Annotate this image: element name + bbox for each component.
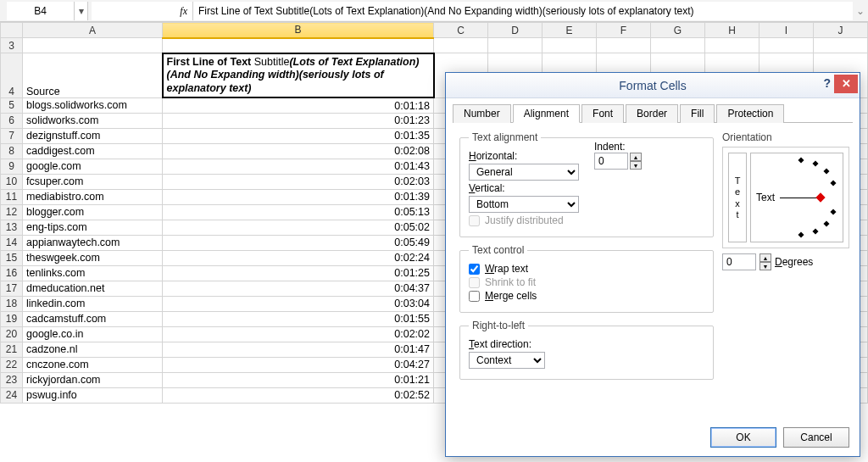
cell[interactable]: blogs.solidworks.com [23,97,163,113]
cell[interactable]: eng-tips.com [23,220,163,235]
cell[interactable]: 0:02:03 [163,174,434,189]
cell[interactable] [597,38,651,53]
cell[interactable]: pswug.info [23,387,163,403]
cell[interactable]: 0:03:04 [163,296,434,311]
cell[interactable]: 0:01:23 [163,113,434,128]
cell[interactable]: google.co.in [23,326,163,342]
row-header[interactable]: 21 [1,342,23,357]
cell[interactable]: 0:01:21 [163,372,434,387]
degrees-up-icon[interactable]: ▲ [760,253,771,262]
row-header[interactable]: 18 [1,296,23,311]
cell[interactable] [760,38,814,53]
row-header[interactable]: 17 [1,281,23,296]
row-header[interactable]: 3 [1,38,23,53]
cell[interactable]: 0:01:18 [163,97,434,113]
cell[interactable]: tenlinks.com [23,265,163,281]
col-header-J[interactable]: J [814,23,868,38]
cell[interactable]: 0:01:55 [163,311,434,326]
col-header-F[interactable]: F [597,23,651,38]
tab-alignment[interactable]: Alignment [513,104,580,123]
row-header[interactable]: 4 [1,53,23,98]
col-header-B[interactable]: B [163,23,434,38]
cell[interactable]: 0:05:49 [163,235,434,250]
row-header[interactable]: 12 [1,204,23,220]
indent-up-icon[interactable]: ▲ [630,153,642,161]
cell[interactable]: dmeducation.net [23,281,163,296]
row-header[interactable]: 7 [1,128,23,143]
name-box-dropdown-icon[interactable]: ▾ [75,2,88,20]
row-header[interactable]: 11 [1,189,23,204]
cell[interactable]: 0:01:39 [163,189,434,204]
row-header[interactable]: 9 [1,159,23,174]
degrees-spinner[interactable]: ▲ ▼ [760,253,771,270]
row-header[interactable]: 19 [1,311,23,326]
select-all-corner[interactable] [1,23,23,38]
cell[interactable]: 0:02:02 [163,326,434,342]
row-header[interactable]: 5 [1,97,23,113]
row-header[interactable]: 24 [1,387,23,403]
tab-font[interactable]: Font [581,104,624,123]
cell[interactable]: 0:01:35 [163,128,434,143]
cell[interactable]: linkedin.com [23,296,163,311]
cell[interactable] [434,38,488,53]
row-header[interactable]: 15 [1,250,23,265]
col-header-A[interactable]: A [23,23,163,38]
cell[interactable] [814,38,868,53]
col-header-C[interactable]: C [434,23,488,38]
degrees-input[interactable] [722,253,756,270]
cell[interactable]: rickyjordan.com [23,372,163,387]
cell[interactable]: 0:04:27 [163,357,434,372]
cell[interactable]: First Line of Text Subtitle(Lots of Text… [163,53,434,98]
orientation-handle-icon[interactable] [815,192,825,202]
merge-cells-checkbox[interactable] [469,291,480,302]
cell[interactable] [651,38,705,53]
cell[interactable] [705,38,760,53]
col-header-H[interactable]: H [705,23,760,38]
cell[interactable]: blogger.com [23,204,163,220]
text-direction-select[interactable]: Context [469,352,545,369]
row-header[interactable]: 16 [1,265,23,281]
cell[interactable] [163,38,434,53]
cell[interactable]: 0:05:02 [163,220,434,235]
cell[interactable]: Source [23,53,163,98]
cell[interactable] [542,38,597,53]
tab-number[interactable]: Number [453,104,511,123]
dialog-titlebar[interactable]: Format Cells ? ✕ [446,73,860,98]
cell[interactable]: solidworks.com [23,113,163,128]
cell[interactable]: 0:02:24 [163,250,434,265]
indent-down-icon[interactable]: ▼ [630,161,642,170]
cell[interactable]: 0:04:37 [163,281,434,296]
cell[interactable]: cadzone.nl [23,342,163,357]
vertical-select[interactable]: Bottom [469,196,579,213]
tab-protection[interactable]: Protection [716,104,784,123]
col-header-I[interactable]: I [760,23,814,38]
cell[interactable]: 0:02:08 [163,143,434,159]
degrees-down-icon[interactable]: ▼ [760,262,771,270]
row-header[interactable]: 23 [1,372,23,387]
cell[interactable]: mediabistro.com [23,189,163,204]
ok-button[interactable]: OK [710,427,776,448]
name-box[interactable]: B4 [7,2,75,20]
orientation-dial[interactable]: Text [750,153,843,242]
fx-icon[interactable]: fx [180,5,187,17]
cell[interactable]: theswgeek.com [23,250,163,265]
row-header[interactable]: 20 [1,326,23,342]
cell[interactable]: caddigest.com [23,143,163,159]
cell[interactable]: 0:02:52 [163,387,434,403]
cell[interactable]: 0:01:25 [163,265,434,281]
indent-spinner[interactable]: ▲ ▼ [630,153,642,170]
help-icon[interactable]: ? [823,76,831,90]
horizontal-select[interactable]: General [469,164,579,181]
row-header[interactable]: 14 [1,235,23,250]
cell[interactable]: cadcamstuff.com [23,311,163,326]
cell[interactable]: dezignstuff.com [23,128,163,143]
row-header[interactable]: 10 [1,174,23,189]
wrap-text-checkbox[interactable] [469,264,480,275]
cancel-button[interactable]: Cancel [783,427,849,448]
cell[interactable] [488,38,542,53]
close-icon[interactable]: ✕ [834,75,858,93]
formula-expand-icon[interactable]: ⌄ [853,5,868,17]
orientation-vertical-button[interactable]: T e x t [728,153,747,242]
col-header-E[interactable]: E [542,23,597,38]
indent-input[interactable] [594,153,628,170]
